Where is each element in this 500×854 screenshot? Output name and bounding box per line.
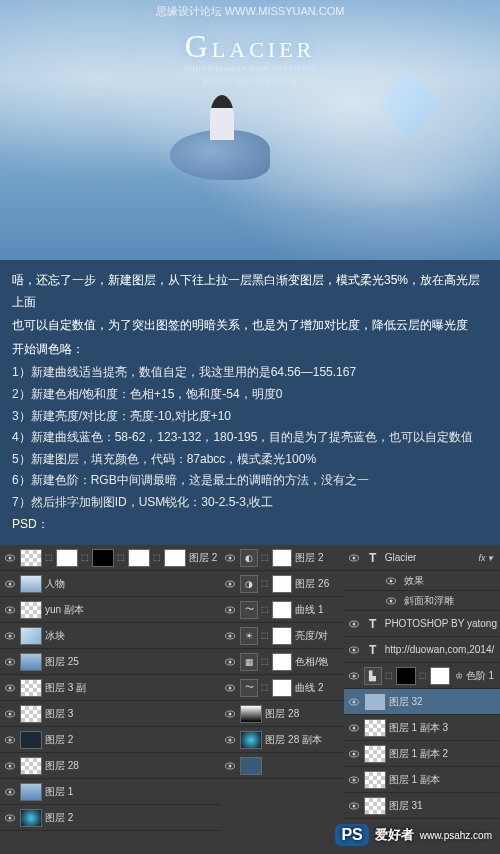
visibility-icon[interactable]: [3, 681, 17, 695]
layer-thumbnail[interactable]: [128, 549, 150, 567]
layer-name[interactable]: 图层 2: [45, 733, 217, 747]
layer-mask[interactable]: [272, 601, 292, 619]
layer-name[interactable]: 图层 2: [45, 811, 217, 825]
visibility-icon[interactable]: [347, 617, 361, 631]
layer-mask[interactable]: [272, 549, 292, 567]
visibility-icon[interactable]: [347, 551, 361, 565]
layer-name[interactable]: 图层 28: [265, 707, 340, 721]
visibility-icon[interactable]: [384, 594, 398, 608]
layer-thumbnail[interactable]: [240, 731, 262, 749]
visibility-icon[interactable]: [3, 603, 17, 617]
layer-row[interactable]: 图层 1 副本 3: [344, 715, 500, 741]
layer-name[interactable]: Glacier: [385, 552, 476, 563]
visibility-icon[interactable]: [223, 577, 237, 591]
layer-row[interactable]: 图层 28: [0, 753, 220, 779]
visibility-icon[interactable]: [3, 629, 17, 643]
layer-name[interactable]: 曲线 1: [295, 603, 340, 617]
layer-row[interactable]: ⬚⬚⬚⬚图层 2: [0, 545, 220, 571]
layer-row[interactable]: 图层 32: [344, 689, 500, 715]
layer-row[interactable]: 人物: [0, 571, 220, 597]
layer-row[interactable]: 图层 3 副: [0, 675, 220, 701]
visibility-icon[interactable]: [347, 773, 361, 787]
layer-name[interactable]: 冰块: [45, 629, 217, 643]
layer-name[interactable]: 图层 2: [295, 551, 340, 565]
visibility-icon[interactable]: [3, 577, 17, 591]
layer-name[interactable]: 图层 1 副本 3: [389, 721, 497, 735]
layer-mask[interactable]: [272, 679, 292, 697]
layer-name[interactable]: 图层 26: [295, 577, 340, 591]
visibility-icon[interactable]: [3, 759, 17, 773]
layer-row[interactable]: 图层 25: [0, 649, 220, 675]
layer-row[interactable]: 〜⬚曲线 1: [220, 597, 343, 623]
layer-name[interactable]: 人物: [45, 577, 217, 591]
visibility-icon[interactable]: [3, 785, 17, 799]
layer-mask[interactable]: [272, 627, 292, 645]
layer-thumbnail[interactable]: [20, 783, 42, 801]
layer-mask[interactable]: [430, 667, 450, 685]
layer-row[interactable]: TGlacierfx ▾: [344, 545, 500, 571]
layer-thumbnail[interactable]: [364, 797, 386, 815]
visibility-icon[interactable]: [223, 603, 237, 617]
layer-row[interactable]: 图层 1 副本 2: [344, 741, 500, 767]
layer-row[interactable]: ◑⬚图层 26: [220, 571, 343, 597]
layer-row[interactable]: TPHOTOSHOP BY yatong: [344, 611, 500, 637]
layer-mask[interactable]: [396, 667, 416, 685]
layer-row[interactable]: 图层 3: [0, 701, 220, 727]
visibility-icon[interactable]: [223, 733, 237, 747]
layer-name[interactable]: 色相/饱: [295, 655, 340, 669]
layer-name[interactable]: 图层 25: [45, 655, 217, 669]
layer-effect-item[interactable]: 斜面和浮雕: [344, 591, 500, 611]
layer-thumbnail[interactable]: [20, 575, 42, 593]
layer-thumbnail[interactable]: [20, 601, 42, 619]
layer-row[interactable]: yun 副本: [0, 597, 220, 623]
layer-name[interactable]: 图层 1 副本 2: [389, 747, 497, 761]
layer-thumbnail[interactable]: [20, 705, 42, 723]
layer-name[interactable]: 亮度/对: [295, 629, 340, 643]
layer-row[interactable]: 图层 28: [220, 701, 343, 727]
layer-mask[interactable]: [272, 575, 292, 593]
layer-name[interactable]: 图层 28: [45, 759, 217, 773]
layer-thumbnail[interactable]: [20, 653, 42, 671]
layer-thumbnail[interactable]: [20, 627, 42, 645]
visibility-icon[interactable]: [347, 669, 361, 683]
fx-badge[interactable]: fx ▾: [478, 553, 497, 563]
layer-name[interactable]: 图层 32: [389, 695, 497, 709]
visibility-icon[interactable]: [223, 629, 237, 643]
layer-row[interactable]: ▦⬚色相/饱: [220, 649, 343, 675]
visibility-icon[interactable]: [347, 721, 361, 735]
layer-row[interactable]: ☀⬚亮度/对: [220, 623, 343, 649]
layer-name[interactable]: 图层 31: [389, 799, 497, 813]
layer-row[interactable]: 图层 28 副本: [220, 727, 343, 753]
layer-name[interactable]: 图层 2: [189, 551, 217, 565]
visibility-icon[interactable]: [223, 551, 237, 565]
layer-name[interactable]: 曲线 2: [295, 681, 340, 695]
layer-thumbnail[interactable]: [240, 705, 262, 723]
layer-thumbnail[interactable]: [364, 745, 386, 763]
layer-name[interactable]: http://duowan,com,2014/: [385, 644, 497, 655]
layer-name[interactable]: PHOTOSHOP BY yatong: [385, 618, 497, 629]
visibility-icon[interactable]: [347, 799, 361, 813]
layer-thumbnail[interactable]: [20, 731, 42, 749]
visibility-icon[interactable]: [347, 747, 361, 761]
visibility-icon[interactable]: [223, 759, 237, 773]
layer-name[interactable]: 图层 3: [45, 707, 217, 721]
visibility-icon[interactable]: [347, 643, 361, 657]
layer-row[interactable]: 冰块: [0, 623, 220, 649]
layer-row[interactable]: ▙⬚⬚♔色阶 1: [344, 663, 500, 689]
visibility-icon[interactable]: [3, 733, 17, 747]
layer-thumbnail[interactable]: [20, 809, 42, 827]
layer-row[interactable]: 图层 2: [0, 805, 220, 831]
layer-thumbnail[interactable]: [364, 771, 386, 789]
layer-name[interactable]: 图层 1: [45, 785, 217, 799]
layer-name[interactable]: 色阶 1: [466, 669, 497, 683]
layer-row[interactable]: 图层 1: [0, 779, 220, 805]
layer-thumbnail[interactable]: [56, 549, 78, 567]
layer-name[interactable]: 图层 3 副: [45, 681, 217, 695]
visibility-icon[interactable]: [3, 655, 17, 669]
layer-row[interactable]: 图层 2: [0, 727, 220, 753]
layer-row[interactable]: Thttp://duowan,com,2014/: [344, 637, 500, 663]
layer-thumbnail[interactable]: [20, 757, 42, 775]
layer-thumbnail[interactable]: [20, 679, 42, 697]
layer-row[interactable]: 〜⬚曲线 2: [220, 675, 343, 701]
layer-thumbnail[interactable]: [364, 719, 386, 737]
